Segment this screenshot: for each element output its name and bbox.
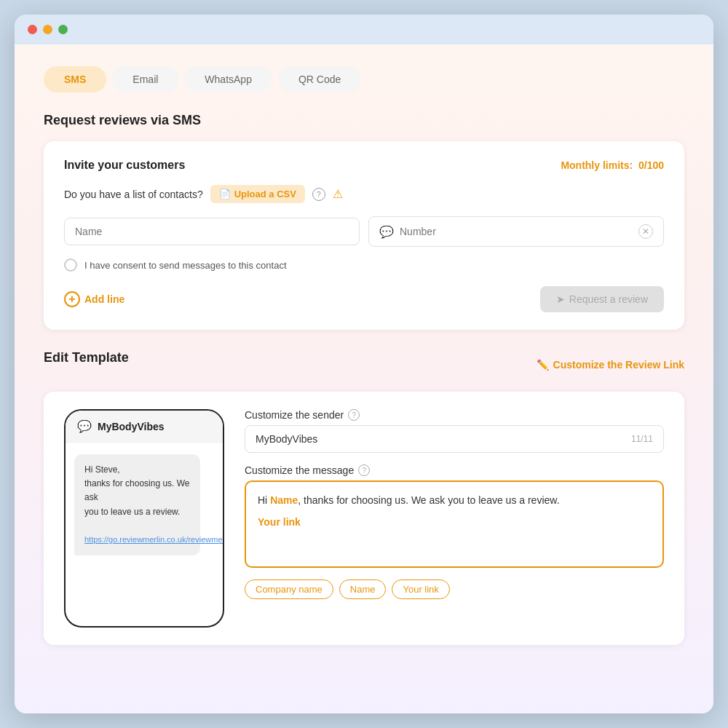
consent-checkbox[interactable] xyxy=(64,258,77,272)
add-line-button[interactable]: + Add line xyxy=(64,291,124,307)
input-row: 💬 ✕ xyxy=(64,216,664,247)
message-editor[interactable]: Hi Name, thanks for choosing us. We ask … xyxy=(245,480,664,568)
message-preview-link: https://go.reviewmerlin.co.uk/reviewmerl… xyxy=(84,535,224,544)
edit-template-card: 💬 MyBodyVibes Hi Steve, thanks for choos… xyxy=(44,392,684,645)
sender-char-count: 11/11 xyxy=(631,434,653,444)
template-right-panel: Customize the sender ? MyBodyVibes 11/11… xyxy=(245,409,664,628)
page-title: Request reviews via SMS xyxy=(44,113,684,128)
contacts-label: Do you have a list of contacts? xyxy=(64,189,203,200)
consent-row: I have consent to send messages to this … xyxy=(64,258,664,272)
message-hi: Hi xyxy=(258,494,270,506)
minimize-button[interactable] xyxy=(43,25,52,34)
consent-label: I have consent to send messages to this … xyxy=(84,260,287,271)
chip-name[interactable]: Name xyxy=(339,579,387,599)
sender-section: Customize the sender ? MyBodyVibes 11/11 xyxy=(245,409,664,453)
tab-sms[interactable]: SMS xyxy=(44,66,106,92)
message-line1: Hi Steve, xyxy=(84,464,120,475)
tab-whatsapp[interactable]: WhatsApp xyxy=(184,66,272,92)
monthly-limits-value: 0/100 xyxy=(638,159,664,171)
sender-help-icon[interactable]: ? xyxy=(348,409,360,421)
upload-csv-button[interactable]: 📄 Upload a CSV xyxy=(210,185,305,203)
tab-email[interactable]: Email xyxy=(112,66,178,92)
app-window: SMS Email WhatsApp QR Code Request revie… xyxy=(15,15,713,713)
chip-your-link[interactable]: Your link xyxy=(392,579,449,599)
message-help-icon[interactable]: ? xyxy=(358,464,370,476)
maximize-button[interactable] xyxy=(58,25,68,34)
variable-chips-row: Company name Name Your link xyxy=(245,579,664,599)
number-input-wrap: 💬 ✕ xyxy=(368,216,664,247)
chat-icon: 💬 xyxy=(379,225,394,239)
clear-number-icon[interactable]: ✕ xyxy=(638,224,653,239)
request-review-button[interactable]: ➤ Request a review xyxy=(540,286,664,312)
sender-input[interactable]: MyBodyVibes 11/11 xyxy=(245,425,664,453)
pencil-icon: ✏️ xyxy=(537,359,549,371)
message-section: Customize the message ? Hi Name, thanks … xyxy=(245,464,664,568)
message-name-token: Name xyxy=(270,494,298,506)
message-link-token: Your link xyxy=(258,514,651,530)
contacts-row: Do you have a list of contacts? 📄 Upload… xyxy=(64,185,664,203)
titlebar xyxy=(15,15,713,44)
edit-template-title: Edit Template xyxy=(44,350,129,365)
phone-sender-name: MyBodyVibes xyxy=(98,421,165,432)
message-label: Customize the message ? xyxy=(245,464,664,476)
card-header: Invite your customers Monthly limits: 0/… xyxy=(64,159,664,172)
phone-preview: 💬 MyBodyVibes Hi Steve, thanks for choos… xyxy=(64,409,224,628)
close-button[interactable] xyxy=(28,25,37,34)
phone-body: Hi Steve, thanks for choosing us. We ask… xyxy=(66,443,223,588)
send-icon: ➤ xyxy=(556,293,565,305)
customize-review-link-button[interactable]: ✏️ Customize the Review Link xyxy=(537,359,684,371)
help-icon[interactable]: ? xyxy=(312,188,325,201)
phone-header: 💬 MyBodyVibes xyxy=(66,411,223,443)
name-input[interactable] xyxy=(64,218,360,245)
invite-card-title: Invite your customers xyxy=(64,159,185,172)
message-line2: thanks for choosing us. We ask xyxy=(84,478,190,502)
main-content: SMS Email WhatsApp QR Code Request revie… xyxy=(15,44,713,713)
card-bottom-row: + Add line ➤ Request a review xyxy=(64,286,664,312)
phone-chat-icon: 💬 xyxy=(77,419,92,433)
upload-icon: 📄 xyxy=(219,189,231,199)
monthly-limits-label: Monthly limits: xyxy=(561,159,633,171)
tab-bar: SMS Email WhatsApp QR Code xyxy=(44,66,684,92)
add-line-icon: + xyxy=(64,291,80,307)
edit-template-header: Edit Template ✏️ Customize the Review Li… xyxy=(44,350,684,379)
sender-value: MyBodyVibes xyxy=(256,433,317,445)
number-input[interactable] xyxy=(400,226,633,237)
warning-icon: ⚠ xyxy=(333,187,343,201)
chip-company-name[interactable]: Company name xyxy=(245,579,333,599)
sender-label: Customize the sender ? xyxy=(245,409,664,421)
tab-qr[interactable]: QR Code xyxy=(278,66,361,92)
message-bubble: Hi Steve, thanks for choosing us. We ask… xyxy=(74,454,200,555)
invite-card: Invite your customers Monthly limits: 0/… xyxy=(44,141,684,330)
message-line3: you to leave us a review. xyxy=(84,507,180,517)
monthly-limits: Monthly limits: 0/100 xyxy=(561,159,664,171)
message-body: , thanks for choosing us. We ask you to … xyxy=(298,494,559,506)
